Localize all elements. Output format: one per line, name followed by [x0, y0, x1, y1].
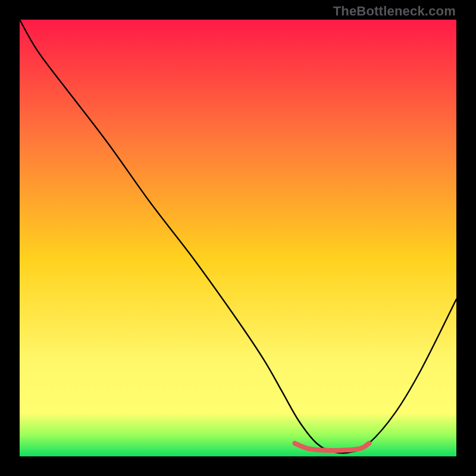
gradient-background	[20, 20, 456, 456]
chart-svg	[20, 20, 456, 456]
chart-frame: TheBottleneck.com	[0, 0, 476, 476]
plot-area	[20, 20, 456, 456]
watermark-label: TheBottleneck.com	[333, 4, 456, 19]
